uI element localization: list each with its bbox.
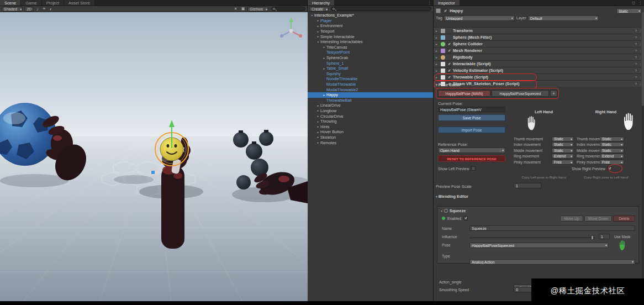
scrollbar-thumb[interactable] [642, 12, 644, 106]
help-icon[interactable]: ? [635, 62, 637, 66]
foldout-arrow-icon[interactable]: ▾ [441, 209, 442, 213]
hierarchy-item[interactable]: ▸ Skeleton [308, 135, 433, 140]
component-header[interactable]: ▸ Sphere Collider ? ⋮ [434, 40, 644, 47]
foldout-arrow-icon[interactable]: ▾ [310, 14, 314, 17]
add-pose-tab-button[interactable]: + [550, 90, 557, 97]
foldout-arrow-icon[interactable]: ▸ [316, 125, 320, 128]
component-header[interactable]: ▸ Transform ? ⋮ [434, 27, 644, 34]
static-dropdown[interactable]: Static [616, 8, 642, 14]
foldout-arrow-icon[interactable]: ▸ [436, 49, 439, 52]
enabled-checkbox[interactable] [463, 216, 468, 220]
gizmos-dropdown[interactable]: Gizmos [247, 7, 268, 12]
hierarchy-item[interactable]: ▸ TitleCanvas [308, 45, 433, 50]
copy-right-to-left-button[interactable]: Copy Right pose to Left hand [575, 175, 637, 179]
scene-tool-icon-2[interactable]: ▣ [240, 7, 246, 11]
help-icon[interactable]: ? [635, 49, 637, 52]
scene-search-input[interactable] [271, 7, 305, 11]
pose-tab-squeezed[interactable]: HappyBallPoseSqueezed [492, 90, 549, 97]
component-enabled-checkbox[interactable] [447, 69, 451, 73]
hierarchy-item[interactable]: TeleportPoint [308, 50, 433, 55]
component-header[interactable]: ▸ Steam VR_Skeleton_Poser (Script) ? ⋮ [434, 80, 644, 87]
hierarchy-item[interactable]: ▸ Throwing [308, 119, 433, 124]
import-pose-button[interactable]: Import Pose [438, 127, 505, 133]
mask-hand-icon[interactable] [619, 240, 626, 253]
scene-viewport[interactable] [0, 12, 308, 303]
foldout-arrow-icon[interactable]: ▸ [436, 36, 439, 39]
finger-movement-dropdown-left[interactable]: Static [552, 142, 574, 147]
hierarchy-item[interactable]: ▸ Player [308, 18, 433, 24]
pose-tab-main[interactable]: HappyBallPose (MAIN) [438, 90, 490, 97]
finger-movement-dropdown-left[interactable]: Static [552, 148, 574, 153]
hierarchy-item[interactable]: ▸ Hover Button [308, 129, 433, 135]
gameobject-active-checkbox[interactable] [443, 9, 447, 13]
foldout-arrow-icon[interactable]: ▸ [316, 30, 320, 33]
blending-editor-foldout[interactable]: ▾ Blending Editor [436, 194, 468, 199]
hierarchy-item[interactable]: ▸ Longbow [308, 108, 433, 114]
hierarchy-item[interactable]: ▸ CircularDrive [308, 113, 433, 119]
scene-effects-icon[interactable]: ◐ [49, 7, 53, 11]
foldout-arrow-icon[interactable]: ▸ [316, 120, 320, 123]
tag-dropdown[interactable]: Untagged [444, 15, 515, 21]
type-dropdown[interactable]: Analog Action [469, 259, 635, 265]
hierarchy-item[interactable]: Sphere_1 [308, 60, 433, 66]
lock-icon[interactable]: ◻ [630, 0, 637, 6]
foldout-arrow-icon[interactable]: ▸ [322, 93, 326, 97]
pose-dropdown[interactable]: HappyBallPoseSqueezed [469, 243, 609, 248]
foldout-arrow-icon[interactable]: ▸ [316, 114, 320, 118]
reference-pose-dropdown[interactable]: Open Hand [438, 148, 505, 153]
component-header[interactable]: ▸ Mesh Renderer ? ⋮ [434, 47, 644, 54]
hierarchy-item[interactable]: ▸ Remotes [308, 140, 433, 145]
hierarchy-item[interactable]: Squishy [308, 71, 433, 77]
hierarchy-item[interactable]: ModalThrowable [308, 82, 433, 87]
help-icon[interactable]: ? [635, 76, 637, 79]
foldout-arrow-icon[interactable]: ▸ [436, 29, 439, 33]
finger-movement-dropdown-right[interactable]: Static [600, 136, 624, 141]
finger-movement-dropdown-left[interactable]: Static [552, 136, 574, 141]
inspector-tab[interactable]: Inspector [434, 0, 460, 6]
foldout-arrow-icon[interactable]: ▸ [316, 130, 320, 134]
influence-slider[interactable] [469, 238, 595, 238]
component-enabled-checkbox[interactable] [447, 62, 451, 66]
influence-value-field[interactable]: 1 [599, 234, 610, 239]
hierarchy-item[interactable]: ▸ Table_Small [308, 66, 433, 71]
component-enabled-checkbox[interactable] [447, 75, 451, 80]
component-header[interactable]: ▸ Throwable (Script) ? ⋮ [434, 73, 644, 80]
name-field[interactable]: Squeeze [469, 225, 635, 231]
hierarchy-tab[interactable]: Hierarchy [308, 0, 335, 6]
foldout-arrow-icon[interactable]: ▸ [316, 24, 320, 28]
hierarchy-menu-icon[interactable]: ⋮ [426, 0, 433, 6]
foldout-arrow-icon[interactable]: ▸ [316, 141, 320, 144]
show-left-preview-checkbox[interactable] [471, 166, 476, 171]
foldout-arrow-icon[interactable]: ▸ [322, 56, 326, 60]
hierarchy-item[interactable]: ▸ Happy [308, 92, 433, 98]
help-icon[interactable]: ? [635, 43, 637, 46]
scene-lighting-icon[interactable]: ☀ [41, 7, 47, 11]
foldout-arrow-icon[interactable]: ▾ [436, 83, 437, 87]
component-enabled-checkbox[interactable] [447, 42, 451, 46]
move-up-button[interactable]: Move Up [560, 215, 583, 222]
foldout-arrow-icon[interactable]: ▸ [316, 19, 320, 22]
help-icon[interactable]: ? [635, 82, 637, 86]
foldout-arrow-icon[interactable]: ▸ [436, 62, 439, 66]
foldout-arrow-icon[interactable]: ▸ [436, 69, 439, 72]
current-pose-object-field[interactable]: HappyBallPose (SteamV [438, 107, 505, 112]
foldout-arrow-icon[interactable]: ▸ [316, 35, 320, 38]
foldout-arrow-icon[interactable]: ▸ [322, 45, 326, 49]
foldout-arrow-icon[interactable]: ▸ [316, 109, 320, 112]
hierarchy-item[interactable]: ▸ Simple Interactable [308, 34, 433, 39]
hierarchy-item[interactable]: ▸ LinearDrive [308, 103, 433, 108]
finger-movement-dropdown-right[interactable]: Extend [600, 154, 624, 159]
component-header[interactable]: ▸ Interactable (Script) ? ⋮ [434, 60, 644, 67]
panel-tab[interactable]: Game [21, 0, 41, 6]
help-icon[interactable]: ? [635, 29, 637, 33]
influence-slider-handle[interactable] [591, 235, 594, 240]
foldout-arrow-icon[interactable]: ▾ [436, 195, 437, 198]
preview-pose-scale-field[interactable]: 1 [514, 183, 541, 188]
panel-tab[interactable]: Project [42, 0, 64, 6]
scene-audio-icon[interactable]: ♪ [35, 7, 40, 11]
move-down-button[interactable]: Move Down [584, 215, 612, 222]
foldout-arrow-icon[interactable]: ▸ [322, 67, 326, 70]
help-icon[interactable]: ? [635, 56, 637, 59]
hierarchy-item[interactable]: ThrowableBall [308, 98, 433, 103]
panel-tab[interactable]: Scene [0, 0, 21, 6]
